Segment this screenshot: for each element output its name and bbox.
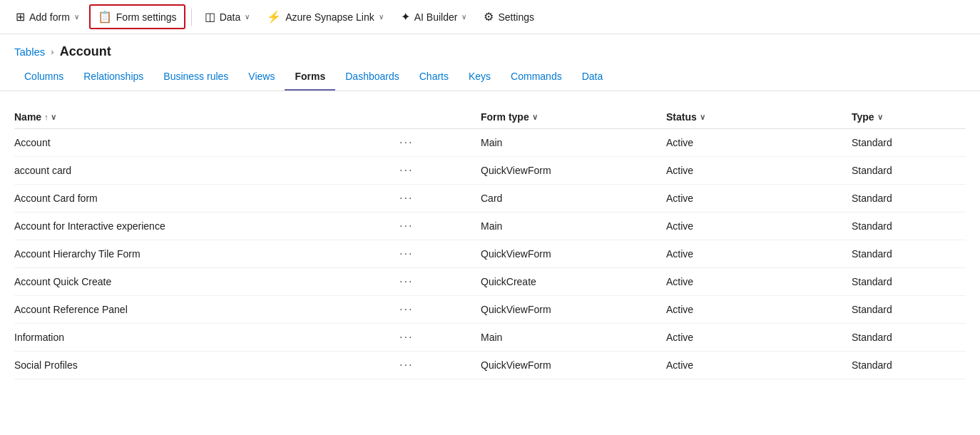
- tab-commands[interactable]: Commands: [501, 63, 572, 91]
- col-status-sort[interactable]: ∨: [700, 113, 705, 122]
- col-header-dots: [395, 111, 481, 123]
- azure-synapse-label: Azure Synapse Link: [285, 11, 374, 23]
- row-name: Information: [14, 332, 64, 343]
- form-settings-button[interactable]: 📋 Form settings: [89, 4, 185, 29]
- sub-nav: Columns Relationships Business rules Vie…: [0, 63, 980, 91]
- add-form-chevron: ∨: [74, 13, 79, 21]
- add-form-button[interactable]: ⊞ Add form ∨: [9, 6, 86, 28]
- row-formtype: QuickViewForm: [481, 359, 666, 371]
- col-type-sort[interactable]: ∨: [877, 113, 883, 122]
- row-formtype: Main: [481, 332, 666, 343]
- ai-builder-chevron: ∨: [461, 13, 466, 21]
- row-name: Account Reference Panel: [14, 304, 128, 315]
- row-dots-cell: ···: [395, 136, 481, 149]
- ai-builder-label: AI Builder: [414, 11, 458, 23]
- row-status: Active: [666, 193, 852, 204]
- row-status: Active: [666, 248, 852, 260]
- row-context-menu-icon[interactable]: ···: [395, 190, 417, 205]
- breadcrumb-tables[interactable]: Tables: [14, 46, 45, 58]
- tab-views[interactable]: Views: [238, 63, 285, 91]
- col-header-status[interactable]: Status ∨: [666, 111, 852, 123]
- col-header-name[interactable]: Name ↑ ∨: [14, 111, 395, 123]
- row-name: account card: [14, 165, 71, 176]
- col-header-formtype[interactable]: Form type ∨: [481, 111, 666, 123]
- row-type: Standard: [852, 165, 966, 176]
- tab-columns[interactable]: Columns: [14, 63, 73, 91]
- table-row[interactable]: Account Reference Panel ··· QuickViewFor…: [14, 296, 966, 324]
- row-formtype: QuickViewForm: [481, 304, 666, 315]
- tab-charts[interactable]: Charts: [409, 63, 459, 91]
- table-row[interactable]: account card ··· QuickViewForm Active St…: [14, 157, 966, 185]
- row-name-cell: Social Profiles: [14, 359, 395, 371]
- col-name-sort[interactable]: ↑ ∨: [44, 113, 56, 122]
- row-name: Account Card form: [14, 193, 98, 204]
- col-header-type[interactable]: Type ∨: [852, 111, 966, 123]
- row-type: Standard: [852, 220, 966, 232]
- table-row[interactable]: Account for Interactive experience ··· M…: [14, 213, 966, 240]
- table-row[interactable]: Account ··· Main Active Standard: [14, 129, 966, 157]
- toolbar-divider-1: [191, 9, 192, 26]
- row-context-menu-icon[interactable]: ···: [395, 274, 417, 289]
- row-formtype: Main: [481, 137, 666, 148]
- col-type-label: Type: [852, 111, 874, 123]
- row-context-menu-icon[interactable]: ···: [395, 163, 417, 178]
- tab-data[interactable]: Data: [572, 63, 613, 91]
- row-status: Active: [666, 137, 852, 148]
- row-context-menu-icon[interactable]: ···: [395, 135, 417, 150]
- tab-business-rules[interactable]: Business rules: [153, 63, 238, 91]
- row-dots-cell: ···: [395, 247, 481, 260]
- row-dots-cell: ···: [395, 220, 481, 232]
- row-dots-cell: ···: [395, 275, 481, 288]
- breadcrumb-current: Account: [60, 44, 111, 59]
- settings-button[interactable]: ⚙ Settings: [476, 6, 541, 28]
- row-name-cell: Information: [14, 332, 395, 343]
- table-row[interactable]: Account Card form ··· Card Active Standa…: [14, 185, 966, 213]
- row-context-menu-icon[interactable]: ···: [395, 357, 417, 372]
- col-status-label: Status: [666, 111, 697, 123]
- col-name-label: Name: [14, 111, 41, 123]
- azure-synapse-button[interactable]: ⚡ Azure Synapse Link ∨: [260, 6, 391, 28]
- table-row[interactable]: Account Hierarchy Tile Form ··· QuickVie…: [14, 240, 966, 268]
- row-name-cell: Account Quick Create: [14, 276, 395, 287]
- breadcrumb: Tables › Account: [0, 34, 980, 63]
- tab-keys[interactable]: Keys: [459, 63, 501, 91]
- toolbar: ⊞ Add form ∨ 📋 Form settings ◫ Data ∨ ⚡ …: [0, 0, 980, 34]
- row-dots-cell: ···: [395, 359, 481, 372]
- tab-dashboards[interactable]: Dashboards: [335, 63, 409, 91]
- row-context-menu-icon[interactable]: ···: [395, 246, 417, 261]
- data-label: Data: [220, 11, 241, 23]
- data-chevron: ∨: [245, 13, 250, 21]
- row-type: Standard: [852, 332, 966, 343]
- row-type: Standard: [852, 359, 966, 371]
- table-row[interactable]: Social Profiles ··· QuickViewForm Active…: [14, 352, 966, 379]
- row-type: Standard: [852, 276, 966, 287]
- row-name: Social Profiles: [14, 359, 78, 371]
- ai-builder-button[interactable]: ✦ AI Builder ∨: [394, 6, 474, 28]
- row-name-cell: Account: [14, 137, 395, 148]
- col-formtype-label: Form type: [481, 111, 529, 123]
- azure-synapse-chevron: ∨: [379, 13, 384, 21]
- data-button[interactable]: ◫ Data ∨: [198, 6, 257, 28]
- table-row[interactable]: Account Quick Create ··· QuickCreate Act…: [14, 268, 966, 296]
- breadcrumb-separator: ›: [51, 46, 53, 57]
- settings-icon: ⚙: [484, 10, 494, 24]
- row-status: Active: [666, 220, 852, 232]
- row-name: Account Hierarchy Tile Form: [14, 248, 141, 260]
- col-formtype-sort[interactable]: ∨: [532, 113, 538, 122]
- row-context-menu-icon[interactable]: ···: [395, 329, 417, 344]
- settings-label: Settings: [498, 11, 534, 23]
- row-name-cell: Account Reference Panel: [14, 304, 395, 315]
- tab-relationships[interactable]: Relationships: [73, 63, 153, 91]
- azure-synapse-icon: ⚡: [267, 10, 281, 24]
- row-context-menu-icon[interactable]: ···: [395, 218, 417, 233]
- table-row[interactable]: Information ··· Main Active Standard: [14, 324, 966, 352]
- row-formtype: Main: [481, 220, 666, 232]
- ai-builder-icon: ✦: [401, 10, 410, 24]
- row-name-cell: Account Hierarchy Tile Form: [14, 248, 395, 260]
- row-formtype: QuickViewForm: [481, 248, 666, 260]
- row-formtype: QuickViewForm: [481, 165, 666, 176]
- row-context-menu-icon[interactable]: ···: [395, 302, 417, 317]
- row-status: Active: [666, 276, 852, 287]
- tab-forms[interactable]: Forms: [285, 63, 335, 91]
- row-name-cell: Account for Interactive experience: [14, 220, 395, 232]
